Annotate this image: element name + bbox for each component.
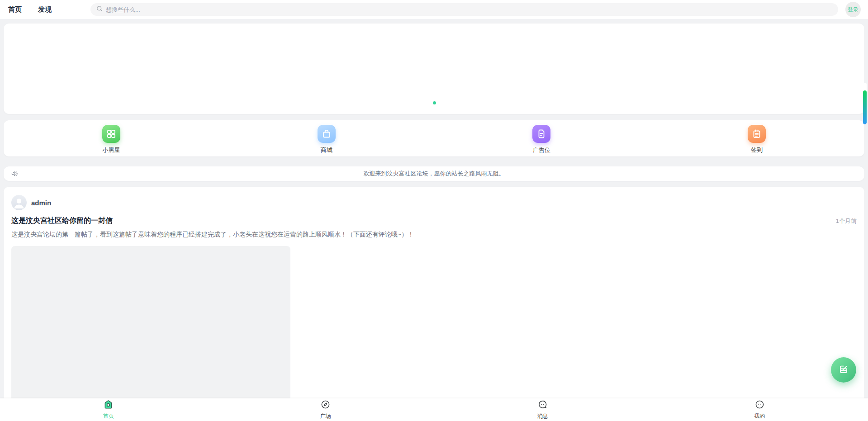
post-card[interactable]: admin 这是汶央宫社区给你留的一封信 1个月前 这是汶央宫论坛的第一篇帖子，… bbox=[4, 187, 864, 421]
announcement-text: 欢迎来到汶央宫社区论坛，愿你的站长之路风雨无阻。 bbox=[4, 170, 864, 178]
scrollbar-thumb[interactable] bbox=[863, 83, 867, 124]
tab-home-label: 首页 bbox=[8, 5, 22, 13]
tab-discover-label: 发现 bbox=[38, 5, 52, 13]
search-bar[interactable] bbox=[90, 3, 838, 16]
post-timestamp: 1个月前 bbox=[836, 217, 857, 225]
banner-carousel[interactable] bbox=[4, 24, 864, 114]
tab-home[interactable]: 首页 bbox=[7, 5, 23, 15]
announcement-bar[interactable]: 欢迎来到汶央宫社区论坛，愿你的站长之路风雨无阻。 bbox=[4, 166, 864, 181]
home-icon bbox=[103, 399, 114, 412]
nav-label-square: 广场 bbox=[320, 412, 331, 420]
shopping-bag-icon bbox=[318, 125, 336, 143]
profile-icon bbox=[754, 399, 765, 412]
nav-item-profile[interactable]: 我的 bbox=[651, 398, 868, 421]
post-header: admin bbox=[11, 195, 857, 210]
compose-icon bbox=[838, 364, 849, 376]
avatar[interactable] bbox=[11, 195, 27, 210]
message-icon bbox=[537, 399, 548, 412]
login-label: 登录 bbox=[848, 6, 859, 14]
nav-label-home: 首页 bbox=[103, 412, 114, 420]
carousel-indicator-dot bbox=[433, 101, 436, 104]
shortcut-blackhouse[interactable]: 小黑屋 bbox=[4, 120, 219, 156]
clipboard-icon bbox=[748, 125, 766, 143]
document-icon bbox=[532, 125, 550, 143]
nav-label-messages: 消息 bbox=[537, 412, 548, 420]
shortcuts-card: 小黑屋 商城 广告位 bbox=[4, 120, 864, 156]
bottom-nav: 首页 广场 消息 我的 bbox=[0, 398, 868, 421]
nav-item-home[interactable]: 首页 bbox=[0, 398, 217, 421]
shortcut-checkin[interactable]: 签到 bbox=[649, 120, 864, 156]
grid-icon bbox=[102, 125, 120, 143]
shortcut-ads[interactable]: 广告位 bbox=[434, 120, 650, 156]
login-button[interactable]: 登录 bbox=[845, 2, 861, 17]
post-body: 这是汶央宫论坛的第一篇帖子，看到这篇帖子意味着您的程序已经搭建完成了，小老头在这… bbox=[11, 230, 857, 239]
speaker-icon bbox=[11, 170, 18, 179]
shortcut-label: 商城 bbox=[321, 146, 332, 154]
shortcut-mall[interactable]: 商城 bbox=[219, 120, 434, 156]
post-image-placeholder[interactable] bbox=[11, 246, 290, 421]
person-icon bbox=[11, 195, 27, 210]
compose-fab[interactable] bbox=[831, 357, 856, 383]
post-title[interactable]: 这是汶央宫社区给你留的一封信 bbox=[11, 216, 113, 226]
shortcut-label: 小黑屋 bbox=[102, 146, 120, 154]
nav-item-messages[interactable]: 消息 bbox=[434, 398, 651, 421]
post-title-row: 这是汶央宫社区给你留的一封信 1个月前 bbox=[11, 216, 857, 226]
shortcut-label: 签到 bbox=[751, 146, 763, 154]
nav-label-profile: 我的 bbox=[754, 412, 765, 420]
tab-discover[interactable]: 发现 bbox=[37, 5, 52, 15]
nav-item-square[interactable]: 广场 bbox=[217, 398, 434, 421]
compass-icon bbox=[320, 399, 331, 412]
search-input[interactable] bbox=[106, 6, 833, 13]
search-icon bbox=[96, 5, 103, 14]
shortcut-label: 广告位 bbox=[533, 146, 550, 154]
post-author[interactable]: admin bbox=[31, 199, 51, 207]
top-bar: 首页 发现 登录 bbox=[0, 0, 868, 19]
